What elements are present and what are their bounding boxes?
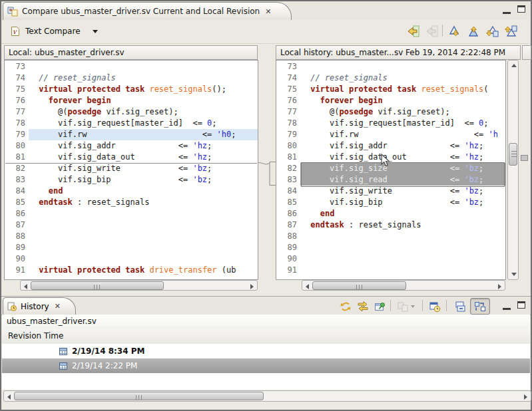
right-horizontal-scrollbar[interactable] [302,280,505,291]
refresh-button[interactable] [337,298,354,315]
line-number: 86 [276,208,300,219]
code-line[interactable]: vif.sig_bip <= 'bz; [300,197,505,208]
collapse-all-button[interactable] [451,298,469,315]
compare-mode-label: Text Compare [25,27,81,36]
next-change-button[interactable] [483,22,502,41]
right-vertical-scrollbar[interactable] [507,60,519,280]
line-number: 85 [5,197,29,208]
code-line[interactable] [29,219,258,231]
code-line[interactable]: end [300,208,505,219]
code-line[interactable]: virtual protected task reset_signals(); [29,84,258,95]
code-line[interactable] [300,61,505,72]
scroll-right-icon[interactable] [495,281,504,290]
code-line[interactable]: forever begin [300,95,505,106]
previous-difference-button[interactable] [465,22,483,41]
revision-row[interactable]: 2/19/14 8:34 PM [2,344,530,358]
text-compare-icon: v [11,26,20,37]
code-area[interactable]: // reset_signals virtual protected task … [300,61,505,279]
history-code-pane[interactable]: 73747576777879808182838485868788899091 /… [276,60,506,280]
code-line[interactable]: @(posedge vif.sig_reset); [300,106,505,118]
close-icon[interactable]: ✕ [53,302,62,311]
code-line[interactable] [300,265,505,276]
code-line[interactable] [300,231,505,242]
code-line[interactable] [300,242,505,253]
compare-mode-selector[interactable]: v Text Compare [7,23,102,39]
copy-all-right-to-left-button[interactable] [403,22,422,41]
minimize-icon[interactable] [503,5,511,14]
minimize-icon[interactable] [503,301,511,310]
editor-tab-title: Compare ubus_master_driver.sv Current an… [22,7,260,16]
maximize-icon[interactable] [517,301,525,309]
code-line[interactable]: vif.sig_data_out <= 'hz; [300,152,505,163]
previous-change-button[interactable] [502,22,521,41]
revision-time-column-header[interactable]: Revision Time [2,329,530,344]
overview-diff-marker[interactable] [521,155,528,161]
code-line[interactable]: vif.sig_size <= 'bz; [300,163,505,174]
code-line[interactable] [29,208,258,219]
code-line[interactable]: virtual protected task drive_transfer (u… [29,265,258,276]
code-line[interactable]: end [29,186,258,197]
revision-table-icon [59,348,67,355]
code-line[interactable]: forever begin [29,95,258,106]
scroll-up-icon[interactable] [509,61,517,70]
scrollbar-thumb[interactable] [14,392,264,400]
line-number: 82 [5,163,29,174]
code-line[interactable]: vif.sig_request[master_id] <= 0; [29,118,258,129]
pin-view-button[interactable] [372,298,389,315]
code-line[interactable]: vif.sig_data_out <= 'hz; [29,152,258,163]
history-icon [7,302,17,311]
maximize-icon[interactable] [517,5,525,13]
compare-editor-tab[interactable]: Compare ubus_master_driver.sv Current an… [3,2,292,20]
history-tab[interactable]: History ✕ [3,297,76,315]
code-line[interactable] [300,253,505,265]
code-line[interactable]: @(posedge vif.sig_reset); [29,106,258,118]
code-line[interactable]: // reset_signals [29,72,258,84]
scrollbar-thumb[interactable] [31,281,164,290]
scroll-down-icon[interactable] [509,270,517,279]
code-line[interactable]: // reset_signals [300,72,505,84]
next-difference-button[interactable] [446,22,465,41]
diff-connector-strip [258,60,276,280]
line-number: 83 [5,174,29,186]
history-tabbar: History ✕ [1,297,531,315]
code-line[interactable]: vif.sig_addr <= 'hz; [29,140,258,152]
code-line[interactable]: vif.rw <= 'h [300,129,505,140]
scroll-left-icon[interactable] [303,281,312,290]
history-horizontal-scrollbar[interactable] [3,390,531,402]
line-number: 76 [5,95,29,106]
link-with-editor-button[interactable] [354,298,372,315]
scroll-left-icon[interactable] [5,392,13,400]
scrollbar-thumb[interactable] [509,143,517,166]
code-line[interactable]: vif.sig_addr <= 'hz; [300,140,505,152]
history-view: History ✕ [1,296,531,410]
code-line[interactable]: vif.sig_bip <= 'bz; [29,174,258,186]
code-line[interactable] [29,253,258,265]
code-line[interactable] [29,242,258,253]
code-line[interactable]: vif.sig_write <= 'bz; [300,186,505,197]
scroll-right-icon[interactable] [248,281,256,290]
left-horizontal-scrollbar[interactable] [20,280,258,291]
revision-row[interactable]: 2/19/14 2:22 PM [2,358,530,373]
code-line[interactable]: endtask : reset_signals [300,219,505,231]
group-by-date-button[interactable] [426,298,443,315]
local-code-pane[interactable]: 73747576777879808182838485868788899091 /… [4,60,258,280]
code-line[interactable]: vif.sig_read <= 'bz; [300,174,505,186]
line-number: 75 [276,84,300,95]
line-number: 77 [5,106,29,118]
close-icon[interactable]: ✕ [264,7,272,16]
code-line[interactable]: vif.sig_write <= 'bz; [29,163,258,174]
toolbar-separator [442,25,443,37]
chevron-down-icon[interactable] [93,30,98,33]
compare-mode-toggle-pressed[interactable] [470,298,490,315]
code-line[interactable]: virtual protected task reset_signals( [300,84,505,95]
code-line[interactable]: vif.sig_request[master_id] <= 0; [300,118,505,129]
scroll-left-icon[interactable] [21,281,30,290]
code-area[interactable]: // reset_signals virtual protected task … [29,61,258,279]
scroll-right-icon[interactable] [521,392,530,400]
line-number: 84 [5,186,29,197]
code-line[interactable] [29,231,258,242]
code-line[interactable]: endtask : reset_signals [29,197,258,208]
code-line[interactable]: vif.rw <= 'h0; [29,129,258,140]
scrollbar-thumb[interactable] [312,281,406,290]
code-line[interactable] [29,61,258,72]
